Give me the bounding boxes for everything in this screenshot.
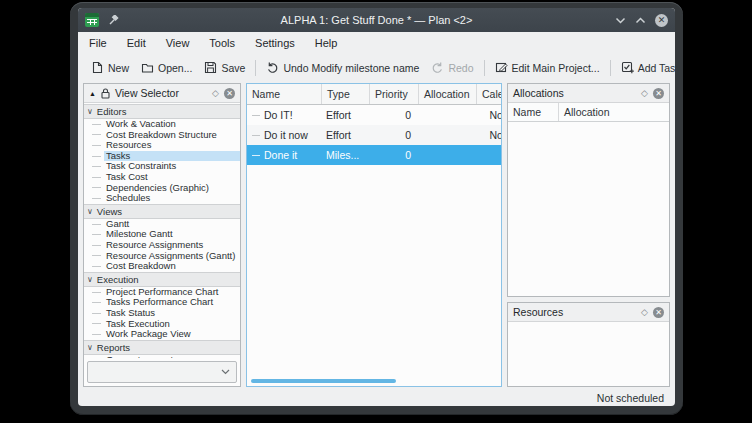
- column-header-allocation[interactable]: Allocation: [419, 84, 477, 104]
- resources-dock: Resources ◇ ✕: [507, 302, 670, 387]
- float-panel-icon[interactable]: ◇: [641, 88, 648, 98]
- sidebar-item-schedules[interactable]: Schedules: [84, 193, 240, 204]
- sidebar-item-cost-breakdown[interactable]: Cost Breakdown: [84, 261, 240, 272]
- save-button[interactable]: Save: [198, 58, 251, 77]
- redo-icon: [431, 61, 444, 74]
- schedule-status-text: Not scheduled: [597, 392, 664, 404]
- tree-group-editors[interactable]: ∨Editors: [84, 104, 240, 119]
- right-dock-column: Allocations ◇ ✕ Name Allocation Resource…: [507, 83, 670, 387]
- sidebar-item-work-package-view[interactable]: Work Package View: [84, 329, 240, 340]
- view-selector-header: ▲ View Selector ◇ ✕: [84, 84, 240, 103]
- maximize-icon[interactable]: [635, 17, 646, 24]
- float-panel-icon[interactable]: ◇: [641, 307, 648, 317]
- toolbar-separator: [255, 60, 256, 76]
- tree-group-reports[interactable]: ∨Reports: [84, 340, 240, 355]
- close-panel-icon[interactable]: ✕: [653, 307, 664, 318]
- chevron-down-icon: ∨: [87, 207, 93, 216]
- toolbar-separator: [484, 60, 485, 76]
- tree-group-views[interactable]: ∨Views: [84, 204, 240, 219]
- window-frame: ALPHA 1: Get Stuff Done * — Plan <2> ✕ F…: [70, 2, 683, 415]
- task-row[interactable]: Do it now Effort 0 None 8.0h: [247, 125, 501, 145]
- column-header-calendar[interactable]: Calendar: [477, 84, 502, 104]
- column-header-priority[interactable]: Priority: [370, 84, 419, 104]
- allocations-title: Allocations: [513, 87, 564, 99]
- new-document-icon: [91, 61, 104, 74]
- sidebar-item-resource-assignments[interactable]: Resource Assignments: [84, 240, 240, 251]
- content-area: ▲ View Selector ◇ ✕ ∨Editors Work & Vaca…: [78, 81, 675, 390]
- floppy-disk-icon: [204, 61, 217, 74]
- add-task-button[interactable]: Add Task: [615, 58, 675, 77]
- statusbar: Not scheduled: [78, 390, 675, 406]
- horizontal-scrollbar[interactable]: [251, 379, 396, 383]
- allocations-table-header: Name Allocation: [508, 103, 669, 122]
- window-title: ALPHA 1: Get Stuff Done * — Plan <2>: [78, 14, 675, 26]
- menu-edit[interactable]: Edit: [117, 37, 156, 49]
- chevron-down-icon: ∨: [87, 343, 93, 352]
- menu-tools[interactable]: Tools: [199, 37, 245, 49]
- close-icon[interactable]: ✕: [655, 14, 668, 27]
- chevron-down-icon: ∨: [87, 107, 93, 116]
- redo-button[interactable]: Redo: [425, 58, 479, 77]
- view-selector-dock: ▲ View Selector ◇ ✕ ∨Editors Work & Vaca…: [83, 83, 241, 387]
- undo-icon: [266, 61, 279, 74]
- float-panel-icon[interactable]: ◇: [212, 88, 219, 98]
- menu-help[interactable]: Help: [305, 37, 348, 49]
- column-header-allocation[interactable]: Allocation: [559, 103, 669, 121]
- view-selector-title: View Selector: [115, 87, 179, 99]
- view-selector-tree: ∨Editors Work & Vacation Cost Breakdown …: [84, 103, 240, 358]
- titlebar[interactable]: ALPHA 1: Get Stuff Done * — Plan <2> ✕: [78, 8, 675, 32]
- menu-file[interactable]: File: [89, 37, 117, 49]
- lock-icon[interactable]: [101, 88, 110, 99]
- schedule-selector-combobox[interactable]: [87, 361, 237, 383]
- undo-button[interactable]: Undo Modify milestone name: [260, 58, 425, 77]
- task-table-header: Name Type Priority Allocation Calendar E…: [247, 84, 501, 105]
- sidebar-item-work-vacation[interactable]: Work & Vacation: [84, 119, 240, 130]
- sidebar-item-task-cost[interactable]: Task Cost: [84, 172, 240, 183]
- minimize-icon[interactable]: [615, 17, 626, 24]
- sidebar-item-task-status[interactable]: Task Status: [84, 308, 240, 319]
- task-row-selected[interactable]: Done it Miles... 0 0.0h: [247, 145, 501, 165]
- chevron-down-icon: [221, 369, 230, 375]
- add-task-icon: [621, 61, 634, 74]
- close-panel-icon[interactable]: ✕: [653, 88, 664, 99]
- allocations-table-body[interactable]: [508, 122, 669, 296]
- task-editor-panel: Name Type Priority Allocation Calendar E…: [246, 83, 502, 387]
- edit-main-project-button[interactable]: Edit Main Project...: [489, 58, 606, 77]
- collapse-triangle-icon[interactable]: ▲: [89, 90, 96, 97]
- task-row[interactable]: Do IT! Effort 0 None 8.0h: [247, 105, 501, 125]
- close-panel-icon[interactable]: ✕: [224, 88, 235, 99]
- edit-document-icon: [495, 61, 508, 74]
- column-header-name[interactable]: Name: [247, 84, 322, 104]
- toolbar-separator: [610, 60, 611, 76]
- allocations-dock: Allocations ◇ ✕ Name Allocation: [507, 83, 670, 297]
- menu-view[interactable]: View: [156, 37, 200, 49]
- resources-body[interactable]: [508, 322, 669, 386]
- menu-settings[interactable]: Settings: [245, 37, 305, 49]
- main-toolbar: New Open... Save Undo Modify milestone n: [78, 54, 675, 81]
- column-header-name[interactable]: Name: [508, 103, 559, 121]
- menubar: File Edit View Tools Settings Help: [78, 32, 675, 54]
- allocations-header: Allocations ◇ ✕: [508, 84, 669, 103]
- folder-icon: [141, 61, 154, 74]
- column-header-type[interactable]: Type: [322, 84, 370, 104]
- new-button[interactable]: New: [85, 58, 135, 77]
- resources-header: Resources ◇ ✕: [508, 303, 669, 322]
- tree-group-execution[interactable]: ∨Execution: [84, 272, 240, 287]
- chevron-down-icon: ∨: [87, 275, 93, 284]
- open-button[interactable]: Open...: [135, 58, 198, 77]
- sidebar-item-generate-reports[interactable]: Generate reports: [84, 355, 240, 358]
- resources-title: Resources: [513, 306, 563, 318]
- plan-app-window: ALPHA 1: Get Stuff Done * — Plan <2> ✕ F…: [78, 8, 675, 406]
